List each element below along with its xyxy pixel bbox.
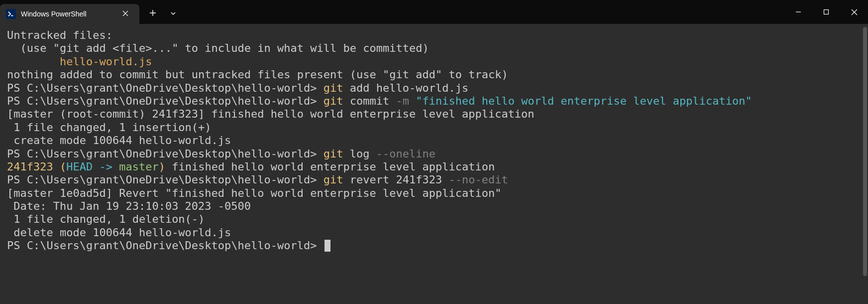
terminal-text: --no-edit bbox=[448, 173, 508, 186]
terminal-line: 1 file changed, 1 insertion(+) bbox=[7, 121, 861, 134]
tab-powershell[interactable]: Windows PowerShell bbox=[0, 4, 139, 24]
terminal-text: PS C:\Users\grant\OneDrive\Desktop\hello… bbox=[7, 82, 324, 94]
terminal-line: (use "git add <file>..." to include in w… bbox=[7, 42, 861, 55]
terminal-line: PS C:\Users\grant\OneDrive\Desktop\hello… bbox=[7, 239, 861, 252]
terminal-line: [master 1e0ad5d] Revert "finished hello … bbox=[7, 187, 861, 200]
new-tab-button[interactable] bbox=[143, 6, 162, 21]
scrollbar[interactable] bbox=[863, 27, 867, 276]
terminal-text: ( bbox=[60, 160, 66, 173]
window-controls bbox=[784, 0, 868, 24]
terminal-line: PS C:\Users\grant\OneDrive\Desktop\hello… bbox=[7, 82, 861, 95]
terminal-text: PS C:\Users\grant\OneDrive\Desktop\hello… bbox=[7, 239, 324, 252]
terminal-output[interactable]: Untracked files: (use "git add <file>...… bbox=[0, 24, 868, 304]
terminal-text: PS C:\Users\grant\OneDrive\Desktop\hello… bbox=[7, 148, 324, 160]
powershell-icon bbox=[6, 9, 16, 19]
terminal-text: Untracked files: bbox=[7, 29, 112, 41]
terminal-text: hello-world.js bbox=[60, 55, 152, 68]
terminal-text: Date: Thu Jan 19 23:10:03 2023 -0500 bbox=[7, 200, 251, 212]
terminal-line: 1 file changed, 1 deletion(-) bbox=[7, 213, 861, 226]
terminal-line: PS C:\Users\grant\OneDrive\Desktop\hello… bbox=[7, 173, 861, 186]
terminal-text: ) bbox=[159, 160, 165, 173]
terminal-text: PS C:\Users\grant\OneDrive\Desktop\hello… bbox=[7, 95, 324, 107]
terminal-text: PS C:\Users\grant\OneDrive\Desktop\hello… bbox=[7, 173, 324, 186]
terminal-line: 241f323 (HEAD -> master) finished hello … bbox=[7, 160, 861, 173]
terminal-text: log bbox=[350, 148, 376, 160]
terminal-text: nothing added to commit but untracked fi… bbox=[7, 68, 508, 81]
terminal-text: 1 file changed, 1 deletion(-) bbox=[7, 213, 205, 225]
terminal-text: -m bbox=[396, 95, 416, 107]
terminal-line: [master (root-commit) 241f323] finished … bbox=[7, 108, 861, 121]
close-button[interactable] bbox=[840, 2, 868, 22]
terminal-text: create mode 100644 hello-world.js bbox=[7, 134, 231, 147]
terminal-text: 1 file changed, 1 insertion(+) bbox=[7, 121, 212, 134]
terminal-line: Date: Thu Jan 19 23:10:03 2023 -0500 bbox=[7, 200, 861, 213]
terminal-text: (use "git add <file>..." to include in w… bbox=[7, 42, 429, 54]
terminal-line: hello-world.js bbox=[7, 55, 861, 68]
maximize-button[interactable] bbox=[812, 2, 840, 22]
terminal-line: Untracked files: bbox=[7, 29, 861, 42]
terminal-text bbox=[7, 55, 60, 68]
terminal-text: 241f323 bbox=[7, 160, 60, 173]
terminal-text: [master (root-commit) 241f323] finished … bbox=[7, 108, 535, 120]
terminal-text: git bbox=[324, 148, 350, 160]
tab-title: Windows PowerShell bbox=[21, 10, 114, 18]
tab-dropdown-button[interactable] bbox=[164, 6, 182, 21]
minimize-button[interactable] bbox=[784, 2, 812, 22]
tab-actions bbox=[139, 4, 182, 24]
terminal-cursor bbox=[325, 240, 330, 252]
terminal-text: master bbox=[119, 160, 158, 173]
terminal-text: finished hello world enterprise level ap… bbox=[165, 160, 495, 173]
titlebar: Windows PowerShell bbox=[0, 0, 868, 24]
terminal-text: commit bbox=[350, 95, 396, 107]
terminal-text: git bbox=[324, 82, 350, 94]
terminal-text: revert 241f323 bbox=[350, 173, 449, 186]
terminal-text: --oneline bbox=[376, 148, 435, 160]
tab-area: Windows PowerShell bbox=[0, 0, 182, 24]
terminal-text: git bbox=[324, 173, 350, 186]
terminal-line: nothing added to commit but untracked fi… bbox=[7, 68, 861, 81]
terminal-text: git bbox=[324, 95, 350, 107]
terminal-line: PS C:\Users\grant\OneDrive\Desktop\hello… bbox=[7, 95, 861, 108]
terminal-text: "finished hello world enterprise level a… bbox=[416, 95, 752, 107]
terminal-text: HEAD -> bbox=[66, 160, 119, 173]
terminal-line: create mode 100644 hello-world.js bbox=[7, 134, 861, 147]
terminal-text: delete mode 100644 hello-world.js bbox=[7, 226, 231, 239]
terminal-line: PS C:\Users\grant\OneDrive\Desktop\hello… bbox=[7, 148, 861, 160]
tab-close-button[interactable] bbox=[119, 8, 131, 20]
terminal-text: [master 1e0ad5d] Revert "finished hello … bbox=[7, 187, 501, 199]
terminal-line: delete mode 100644 hello-world.js bbox=[7, 226, 861, 239]
svg-rect-0 bbox=[824, 10, 829, 14]
terminal-text: add hello-world.js bbox=[350, 82, 468, 94]
